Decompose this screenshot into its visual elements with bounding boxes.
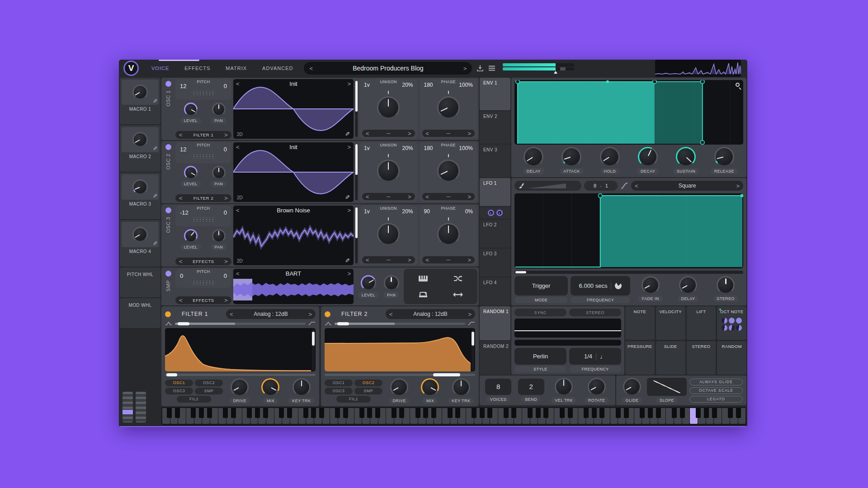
mod-source-velocity[interactable]: VELOCITY	[656, 306, 685, 340]
master-volume-slider[interactable]	[503, 63, 574, 73]
lfo-delay-knob[interactable]	[679, 276, 697, 294]
filter1-model-selector[interactable]: < Analog : 12dB >	[226, 309, 316, 319]
sampler-level-knob[interactable]	[361, 275, 376, 291]
mod-source-pressure[interactable]: PRESSURE	[625, 341, 655, 375]
piano-key-black[interactable]	[223, 408, 228, 418]
osc3-phase-rand[interactable]: 0%	[465, 208, 473, 215]
env-release-knob[interactable]	[714, 147, 734, 167]
piano-key-black[interactable]	[536, 408, 541, 418]
piano-key-black[interactable]	[207, 408, 212, 418]
sample-prev-icon[interactable]: <	[236, 270, 240, 277]
piano-key-black[interactable]	[319, 408, 324, 418]
rotate-knob[interactable]	[588, 378, 606, 396]
chevron-left-icon[interactable]: <	[389, 311, 393, 318]
osc3-transpose[interactable]: -12	[180, 209, 189, 216]
tab-env3[interactable]: ENV 3	[480, 145, 510, 177]
piano-key-black[interactable]	[423, 408, 428, 418]
sample-display[interactable]: < BART >	[233, 269, 354, 304]
osc1-unison-voices[interactable]: 1v	[364, 82, 370, 88]
osc2-wavetable-name[interactable]: Init	[289, 144, 297, 150]
tab-lfo2[interactable]: LFO 2	[480, 220, 510, 248]
slope-display[interactable]	[647, 378, 687, 396]
note-sync-icon[interactable]: ♩	[600, 353, 606, 360]
wavetable-next-icon[interactable]: >	[347, 144, 351, 150]
osc1-routing-selector[interactable]: < FILTER 1 >	[175, 131, 231, 139]
wavetable-next-icon[interactable]: >	[347, 80, 351, 87]
env-delay-knob[interactable]	[524, 147, 543, 167]
piano-key-black[interactable]	[375, 408, 380, 418]
osc2-transpose[interactable]: 12	[180, 146, 186, 153]
piano-key-black[interactable]	[472, 408, 476, 418]
keyboard[interactable]	[161, 407, 746, 425]
piano-key-black[interactable]	[448, 408, 453, 418]
piano-key-black[interactable]	[263, 408, 268, 418]
sampler-routing-selector[interactable]: < EFFECTS >	[175, 296, 231, 304]
osc3-unison-dest[interactable]: < --- >	[362, 256, 415, 263]
loop-icon[interactable]	[419, 291, 428, 298]
filter2-response-display[interactable]	[325, 328, 475, 371]
edit-pencil-icon[interactable]: ✎	[153, 240, 157, 247]
osc2-unison-dest[interactable]: < --- >	[362, 193, 415, 200]
wavetable-edit-icon[interactable]: ✎	[345, 194, 350, 201]
piano-key-black[interactable]	[279, 408, 284, 418]
chevron-right-icon[interactable]: >	[408, 193, 411, 200]
piano-key-black[interactable]	[528, 408, 533, 418]
sampler-transpose[interactable]: 0	[180, 272, 183, 279]
osc3-wavetable-name[interactable]: Brown Noise	[277, 207, 310, 214]
piano-key-black[interactable]	[303, 408, 308, 418]
chevron-left-icon[interactable]: <	[179, 195, 183, 202]
envelope-display[interactable]	[514, 80, 743, 145]
filter2-scrollbar[interactable]	[472, 329, 474, 371]
osc2-level-knob[interactable]	[184, 166, 198, 179]
chevron-left-icon[interactable]: <	[179, 297, 183, 304]
chevron-left-icon[interactable]: <	[366, 193, 369, 200]
mod-source-random[interactable]: RANDOM	[717, 341, 746, 375]
tab-env2[interactable]: ENV 2	[480, 111, 510, 144]
chevron-right-icon[interactable]: >	[467, 193, 471, 200]
osc2-phase-dest[interactable]: < --- >	[422, 193, 475, 200]
tab-env1[interactable]: ENV 1	[480, 78, 510, 110]
chevron-right-icon[interactable]: >	[467, 257, 471, 263]
wavetable-prev-icon[interactable]: <	[236, 80, 240, 87]
sampler-pitch-box[interactable]: PITCH 0 0	[175, 269, 231, 288]
osc1-morph-slider[interactable]	[355, 81, 358, 137]
filter2-input-fil1[interactable]: FIL1	[336, 396, 371, 403]
piano-key-black[interactable]	[255, 408, 260, 418]
piano-key-black[interactable]	[431, 408, 436, 418]
macro-3-knob[interactable]	[132, 179, 148, 195]
filter1-cutoff-slider[interactable]	[165, 374, 316, 376]
piano-key-black[interactable]	[343, 408, 348, 418]
chevron-right-icon[interactable]: >	[308, 311, 312, 318]
lfo-frequency-value[interactable]: 6.000 secs	[579, 282, 608, 289]
env-sustain-knob[interactable]	[676, 147, 696, 167]
filter1-input-osc2[interactable]: OSC2	[195, 380, 223, 386]
volume-handle[interactable]	[554, 71, 557, 74]
always-glide-toggle[interactable]: ALWAYS GLIDE	[689, 379, 743, 385]
chevron-right-icon[interactable]: >	[224, 131, 228, 138]
piano-key-black[interactable]	[584, 408, 589, 418]
glide-knob[interactable]	[623, 378, 641, 396]
wavetable-next-icon[interactable]: >	[347, 207, 351, 214]
osc3-unison-knob[interactable]	[377, 223, 400, 245]
lfo-paint-tool[interactable]	[514, 181, 581, 191]
osc1-tune[interactable]: 0	[224, 83, 227, 89]
preset-browser[interactable]: < Bedroom Producers Blog >	[304, 62, 472, 75]
osc3-level-knob[interactable]	[184, 229, 198, 243]
lfo-mode-value[interactable]: Trigger	[514, 276, 568, 296]
chevron-right-icon[interactable]: >	[224, 258, 228, 265]
sampler-tune[interactable]: 0	[224, 272, 227, 279]
tab-lfo4[interactable]: LFO 4	[480, 277, 510, 305]
chevron-left-icon[interactable]: <	[426, 257, 429, 263]
filter2-power-toggle[interactable]	[325, 311, 330, 317]
osc2-phase[interactable]: 180	[424, 145, 433, 151]
osc1-phase-knob[interactable]	[437, 96, 460, 119]
osc2-power-toggle[interactable]	[165, 144, 171, 150]
piano-key-black[interactable]	[592, 408, 597, 418]
piano-key-black[interactable]	[359, 408, 364, 418]
tab-matrix[interactable]: MATRIX	[226, 66, 247, 71]
piano-key-black[interactable]	[247, 408, 252, 418]
lfo-fadein-knob[interactable]	[642, 276, 660, 294]
piano-key-black[interactable]	[480, 408, 485, 418]
save-preset-icon[interactable]	[476, 65, 484, 72]
filter2-input-osc1[interactable]: OSC1	[325, 380, 353, 386]
